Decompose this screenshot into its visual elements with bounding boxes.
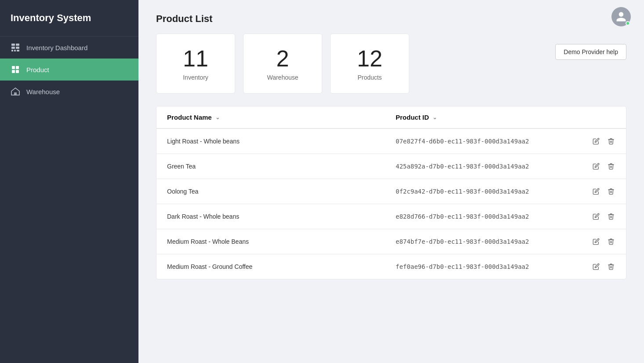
product-id-cell: e874bf7e-d7b0-ec11-983f-000d3a149aa2 xyxy=(396,238,580,245)
online-indicator xyxy=(626,21,630,26)
sidebar: Inventory System Inventory Dashboard xyxy=(0,0,138,363)
stat-label-inventory: Inventory xyxy=(183,74,208,81)
table-row: Light Roast - Whole beans 07e827f4-d6b0-… xyxy=(156,129,626,154)
sidebar-nav: Inventory Dashboard Product xyxy=(0,37,138,103)
col-product-id[interactable]: Product ID ⌄ xyxy=(396,114,580,121)
user-icon xyxy=(615,11,627,22)
svg-rect-11 xyxy=(14,92,17,95)
svg-rect-10 xyxy=(16,70,19,73)
table-row: Medium Roast - Ground Coffee fef0ae96-d7… xyxy=(156,254,626,279)
edit-button[interactable] xyxy=(592,187,600,196)
svg-rect-7 xyxy=(12,66,15,69)
product-name-cell: Dark Roast - Whole beans xyxy=(167,213,396,220)
table-row: Dark Roast - Whole beans e828d766-d7b0-e… xyxy=(156,204,626,229)
table-row: Green Tea 425a892a-d7b0-ec11-983f-000d3a… xyxy=(156,154,626,179)
dashboard-icon xyxy=(11,43,20,52)
edit-button[interactable] xyxy=(592,137,600,146)
row-actions xyxy=(580,187,615,196)
demo-provider-button[interactable]: Demo Provider help xyxy=(555,44,626,60)
delete-button[interactable] xyxy=(607,237,615,246)
product-table: Product Name ⌄ Product ID ⌄ Light Roast … xyxy=(156,106,626,279)
product-id-cell: 07e827f4-d6b0-ec11-983f-000d3a149aa2 xyxy=(396,138,580,145)
svg-rect-1 xyxy=(16,44,19,46)
stats-row: 11 Inventory 2 Warehouse 12 Products xyxy=(156,33,626,94)
sidebar-item-warehouse[interactable]: Warehouse xyxy=(0,81,138,103)
stat-card-inventory: 11 Inventory xyxy=(156,33,235,94)
row-actions xyxy=(580,162,615,171)
stat-number-inventory: 11 xyxy=(183,46,208,71)
edit-button[interactable] xyxy=(592,262,600,271)
product-name-cell: Light Roast - Whole beans xyxy=(167,138,396,145)
sidebar-item-label-product: Product xyxy=(26,66,49,73)
product-id-cell: 425a892a-d7b0-ec11-983f-000d3a149aa2 xyxy=(396,163,580,170)
row-actions xyxy=(580,262,615,271)
product-icon xyxy=(11,65,20,74)
sort-name-icon: ⌄ xyxy=(215,114,220,121)
sidebar-item-label-dashboard: Inventory Dashboard xyxy=(26,44,87,51)
sidebar-item-inventory-dashboard[interactable]: Inventory Dashboard xyxy=(0,37,138,59)
table-row: Medium Roast - Whole Beans e874bf7e-d7b0… xyxy=(156,229,626,254)
svg-rect-6 xyxy=(17,50,19,51)
table-row: Oolong Tea 0f2c9a42-d7b0-ec11-983f-000d3… xyxy=(156,179,626,204)
product-name-cell: Medium Roast - Whole Beans xyxy=(167,238,396,245)
svg-rect-4 xyxy=(11,50,13,51)
row-actions xyxy=(580,237,615,246)
stat-label-warehouse: Warehouse xyxy=(267,74,298,81)
stat-card-products: 12 Products xyxy=(330,33,409,94)
edit-button[interactable] xyxy=(592,162,600,171)
delete-button[interactable] xyxy=(607,262,615,271)
avatar[interactable] xyxy=(611,7,631,26)
table-body: Light Roast - Whole beans 07e827f4-d6b0-… xyxy=(156,129,626,279)
row-actions xyxy=(580,212,615,221)
product-id-cell: e828d766-d7b0-ec11-983f-000d3a149aa2 xyxy=(396,213,580,220)
edit-button[interactable] xyxy=(592,212,600,221)
product-id-cell: fef0ae96-d7b0-ec11-983f-000d3a149aa2 xyxy=(396,263,580,270)
svg-rect-8 xyxy=(16,66,19,69)
product-name-cell: Green Tea xyxy=(167,163,396,170)
stat-card-warehouse: 2 Warehouse xyxy=(243,33,322,94)
sidebar-item-product[interactable]: Product xyxy=(0,59,138,81)
main-content: Product List 11 Inventory 2 Warehouse 12… xyxy=(138,0,644,363)
col-product-name[interactable]: Product Name ⌄ xyxy=(167,114,396,121)
svg-rect-0 xyxy=(11,44,15,46)
svg-rect-5 xyxy=(14,50,16,51)
stat-number-warehouse: 2 xyxy=(277,46,289,71)
delete-button[interactable] xyxy=(607,212,615,221)
delete-button[interactable] xyxy=(607,137,615,146)
product-id-cell: 0f2c9a42-d7b0-ec11-983f-000d3a149aa2 xyxy=(396,188,580,195)
stat-label-products: Products xyxy=(357,74,382,81)
edit-button[interactable] xyxy=(592,237,600,246)
sort-id-icon: ⌄ xyxy=(433,114,437,121)
sidebar-item-label-warehouse: Warehouse xyxy=(26,88,60,95)
svg-rect-3 xyxy=(16,47,19,49)
product-name-cell: Medium Roast - Ground Coffee xyxy=(167,263,396,270)
delete-button[interactable] xyxy=(607,162,615,171)
svg-rect-2 xyxy=(11,47,15,49)
delete-button[interactable] xyxy=(607,187,615,196)
svg-rect-9 xyxy=(12,70,15,73)
page-title: Product List xyxy=(156,13,626,25)
stat-number-products: 12 xyxy=(357,46,382,71)
warehouse-icon xyxy=(11,87,20,96)
product-name-cell: Oolong Tea xyxy=(167,188,396,195)
avatar-container xyxy=(611,7,631,26)
table-header: Product Name ⌄ Product ID ⌄ xyxy=(156,106,626,129)
row-actions xyxy=(580,137,615,146)
app-title: Inventory System xyxy=(0,0,138,37)
